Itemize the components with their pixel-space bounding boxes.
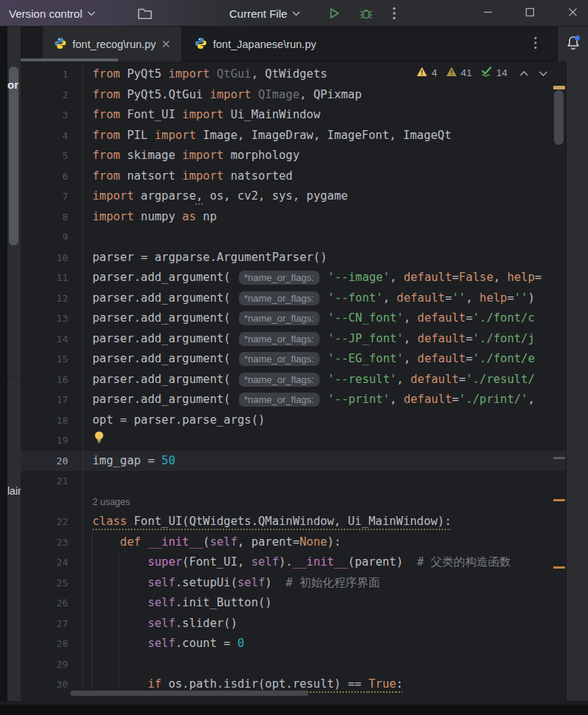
tab-options-button[interactable] xyxy=(524,27,547,61)
titlebar-more-button[interactable] xyxy=(393,0,396,27)
left-tool-panel: or lain xyxy=(7,27,21,701)
line-number[interactable]: 2 xyxy=(21,85,84,106)
line-number[interactable]: 5 xyxy=(21,146,84,166)
code-token: ) xyxy=(528,291,535,305)
line-number[interactable]: 18 xyxy=(21,410,84,431)
code-token: QtGui xyxy=(217,67,251,81)
code-text[interactable] xyxy=(84,227,566,248)
line-number[interactable]: 29 xyxy=(21,654,84,675)
line-number[interactable]: 26 xyxy=(21,593,84,614)
editor-hscrollbar-thumb[interactable] xyxy=(70,691,308,696)
parameter-name-hint: *name_or_flags: xyxy=(239,291,320,305)
code-text[interactable]: parser.add_argument( *name_or_flags: '--… xyxy=(84,390,566,410)
line-number[interactable]: 23 xyxy=(21,532,84,553)
usages-inlay-hint[interactable]: 2 usages xyxy=(92,497,130,507)
stripe-mark-orange[interactable] xyxy=(553,566,565,569)
run-button[interactable] xyxy=(328,0,341,27)
line-number[interactable]: 11 xyxy=(21,268,84,288)
version-control-menu[interactable]: Version control xyxy=(9,0,95,27)
code-line: 22class Font_UI(QtWidgets.QMainWindow, U… xyxy=(21,512,566,532)
prev-problem-button[interactable] xyxy=(519,67,529,80)
inspections-widget[interactable]: 4 41 14 xyxy=(416,66,548,80)
code-text[interactable]: import argparse, os, cv2, sys, pygame xyxy=(84,186,566,207)
tab-font-recog-run[interactable]: font_recog\run.py xyxy=(43,27,181,61)
code-text[interactable]: from PIL import Image, ImageDraw, ImageF… xyxy=(84,126,566,146)
close-button[interactable] xyxy=(562,0,583,27)
maximize-button[interactable] xyxy=(519,0,540,27)
line-number[interactable]: 24 xyxy=(21,552,84,573)
debug-button[interactable] xyxy=(359,0,374,27)
code-text[interactable]: class Font_UI(QtWidgets.QMainWindow, Ui_… xyxy=(84,512,566,532)
code-text[interactable]: import numpy as np xyxy=(84,207,566,228)
code-token xyxy=(321,332,328,345)
stripe-mark-warning[interactable] xyxy=(553,86,565,89)
line-number[interactable]: 4 xyxy=(21,126,84,146)
run-config-selector[interactable]: Current File xyxy=(229,0,300,27)
tab-font-japanese-run[interactable]: font_Japanese\run.py xyxy=(183,27,327,61)
line-number[interactable]: 3 xyxy=(21,105,84,126)
line-number[interactable]: 8 xyxy=(21,207,84,228)
code-token: parser.add_argument( xyxy=(92,393,237,406)
code-token: , xyxy=(390,393,404,406)
code-text[interactable]: from Font_UI import Ui_MainWindow xyxy=(84,105,566,126)
code-text[interactable] xyxy=(84,654,566,675)
line-number[interactable]: 17 xyxy=(21,390,84,410)
warning-count: 4 xyxy=(431,67,437,78)
code-text[interactable]: from skimage import morphology xyxy=(84,146,566,166)
code-text[interactable]: self.init_Button() xyxy=(84,593,566,614)
code-text[interactable] xyxy=(84,430,566,451)
code-text[interactable]: self.count = 0 xyxy=(84,634,566,654)
line-number[interactable]: 20 xyxy=(21,451,84,472)
code-token: '--CN_font' xyxy=(328,311,404,325)
code-token: Ui_MainWindow xyxy=(231,108,320,121)
code-text[interactable]: def __init__(self, parent=None): xyxy=(84,532,566,553)
line-number[interactable]: 16 xyxy=(21,370,84,390)
code-text[interactable]: parser.add_argument( *name_or_flags: '--… xyxy=(84,268,566,288)
code-text[interactable]: parser.add_argument( *name_or_flags: '--… xyxy=(84,349,566,370)
line-number[interactable]: 22 xyxy=(21,512,84,532)
code-text[interactable]: self.setupUi(self) # 初始化程序界面 xyxy=(84,573,566,594)
tab-close-icon[interactable] xyxy=(162,38,170,50)
code-text[interactable]: parser.add_argument( *name_or_flags: '--… xyxy=(84,329,566,350)
code-text[interactable]: super(Font_UI, self).__init__(parent) # … xyxy=(84,552,566,573)
code-text[interactable]: parser.add_argument( *name_or_flags: '--… xyxy=(84,308,566,329)
code-area[interactable]: 1from PyQt5 import QtGui, QtWidgets2from… xyxy=(21,64,566,695)
line-number[interactable]: 10 xyxy=(21,248,84,268)
code-text[interactable]: parser.add_argument( *name_or_flags: '--… xyxy=(84,370,566,390)
code-text[interactable]: parser = argparse.ArgumentParser() xyxy=(84,248,566,268)
line-number[interactable]: 1 xyxy=(21,64,84,85)
line-number[interactable]: 14 xyxy=(21,329,84,350)
code-token: PyQt5 xyxy=(127,67,169,81)
editor-scrollbar-thumb[interactable] xyxy=(554,90,564,145)
intention-bulb-icon[interactable] xyxy=(94,430,104,451)
notifications-button[interactable] xyxy=(557,27,588,61)
line-number[interactable]: 19 xyxy=(21,430,84,451)
minimize-button[interactable] xyxy=(477,0,498,27)
code-text[interactable]: from PyQt5.QtGui import QImage, QPixmap xyxy=(84,85,566,106)
line-number[interactable]: 7 xyxy=(21,186,84,207)
stripe-mark-caret[interactable] xyxy=(553,457,565,459)
line-number[interactable]: 13 xyxy=(21,308,84,329)
line-number[interactable]: 12 xyxy=(21,288,84,309)
code-text[interactable] xyxy=(84,471,566,492)
code-text[interactable]: self.slider() xyxy=(84,614,566,634)
code-text[interactable]: opt = parser.parse_args() xyxy=(84,410,566,431)
next-problem-button[interactable] xyxy=(538,67,548,80)
stripe-mark-orange[interactable] xyxy=(553,499,565,501)
line-number[interactable]: 9 xyxy=(21,227,84,248)
code-text[interactable]: img_gap = 50 xyxy=(84,451,566,472)
code-token: ): xyxy=(327,535,341,549)
line-number[interactable] xyxy=(21,492,84,512)
code-editor[interactable]: 1from PyQt5 import QtGui, QtWidgets2from… xyxy=(21,61,566,701)
line-number[interactable]: 15 xyxy=(21,349,84,370)
line-number[interactable]: 27 xyxy=(21,614,84,634)
line-number[interactable]: 25 xyxy=(21,573,84,594)
line-number[interactable]: 6 xyxy=(21,166,84,187)
project-folder-button[interactable] xyxy=(137,0,153,27)
code-text[interactable]: 2 usages xyxy=(84,492,566,512)
line-number[interactable]: 28 xyxy=(21,634,84,654)
code-text[interactable]: from natsort import natsorted xyxy=(84,166,566,187)
panel-scrollbar-thumb[interactable] xyxy=(9,67,18,245)
code-text[interactable]: parser.add_argument( *name_or_flags: '--… xyxy=(84,288,566,309)
line-number[interactable]: 21 xyxy=(21,471,84,492)
